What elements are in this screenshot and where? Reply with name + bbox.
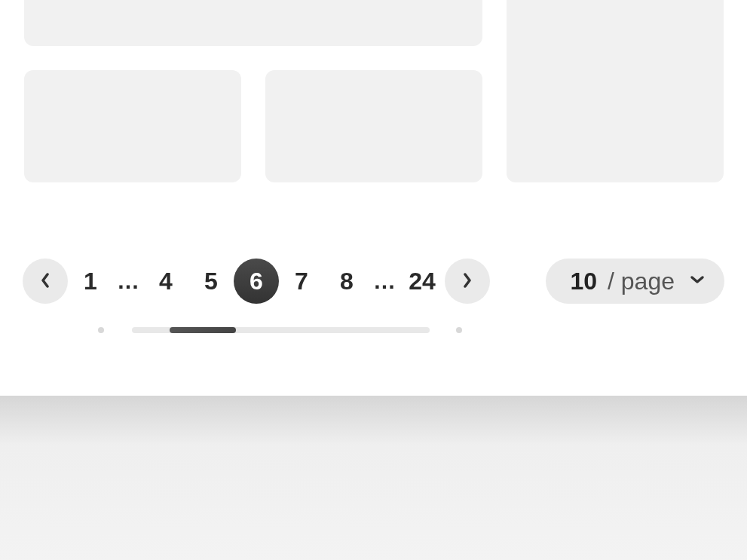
footer-band — [0, 396, 747, 560]
prev-button[interactable] — [23, 259, 68, 304]
placeholder-card — [265, 70, 482, 182]
page-7[interactable]: 7 — [279, 259, 324, 304]
page-1[interactable]: 1 — [68, 259, 113, 304]
next-button[interactable] — [445, 259, 490, 304]
scroll-dot — [456, 327, 462, 333]
page-6[interactable]: 6 — [234, 259, 279, 304]
scroll-indicator — [98, 327, 468, 333]
per-page-label: / page — [608, 268, 675, 295]
placeholder-card — [24, 70, 241, 182]
page-list: 1…45678…24 — [68, 259, 445, 304]
scroll-thumb[interactable] — [170, 327, 236, 333]
scroll-dot — [98, 327, 104, 333]
content-area: 1…45678…24 10 / page — [0, 0, 747, 396]
placeholder-card — [507, 0, 724, 182]
page-24[interactable]: 24 — [400, 259, 445, 304]
chevron-left-icon — [39, 273, 51, 290]
chevron-down-icon — [685, 274, 705, 288]
page-5[interactable]: 5 — [188, 259, 234, 304]
page-ellipsis: … — [369, 259, 400, 304]
page-ellipsis: … — [113, 259, 143, 304]
page-4[interactable]: 4 — [143, 259, 188, 304]
per-page-count: 10 — [570, 268, 597, 295]
page-8[interactable]: 8 — [324, 259, 369, 304]
chevron-right-icon — [461, 273, 473, 290]
pagination-nav: 1…45678…24 — [23, 259, 490, 304]
placeholder-card — [24, 0, 482, 46]
pagination: 1…45678…24 10 / page — [23, 258, 724, 304]
per-page-select[interactable]: 10 / page — [546, 259, 724, 304]
